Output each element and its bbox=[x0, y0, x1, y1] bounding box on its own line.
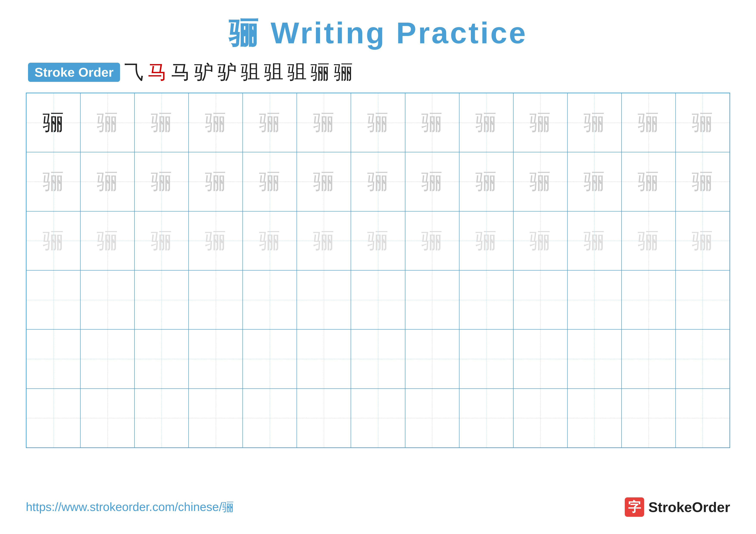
grid-cell[interactable] bbox=[405, 329, 459, 388]
grid-cell[interactable]: 骊 bbox=[189, 152, 243, 211]
grid-cell[interactable] bbox=[513, 389, 567, 447]
stroke-4: 驴 bbox=[194, 63, 214, 82]
grid-cell[interactable]: 骊 bbox=[676, 211, 730, 270]
grid-cell[interactable] bbox=[189, 389, 243, 447]
grid-char: 骊 bbox=[583, 112, 605, 133]
grid-cell[interactable] bbox=[26, 389, 80, 447]
grid-char: 骊 bbox=[97, 112, 118, 133]
grid-cell[interactable] bbox=[351, 270, 405, 329]
grid-char: 骊 bbox=[475, 171, 497, 192]
grid-cell[interactable]: 骊 bbox=[622, 211, 676, 270]
title-text: Writing Practice bbox=[271, 16, 527, 50]
grid-cell[interactable] bbox=[297, 329, 351, 388]
grid-cell[interactable]: 骊 bbox=[26, 152, 80, 211]
grid-cell[interactable]: 骊 bbox=[134, 152, 189, 211]
grid-char: 骊 bbox=[583, 230, 605, 252]
grid-cell[interactable]: 骊 bbox=[243, 211, 297, 270]
grid-cell[interactable] bbox=[459, 270, 513, 329]
grid-cell[interactable] bbox=[676, 389, 730, 447]
grid-cell[interactable]: 骊 bbox=[567, 93, 622, 152]
grid-cell[interactable]: 骊 bbox=[513, 93, 567, 152]
grid-cell[interactable] bbox=[459, 389, 513, 447]
grid-cell[interactable]: 骊 bbox=[134, 93, 189, 152]
grid-cell[interactable]: 骊 bbox=[513, 152, 567, 211]
grid-cell[interactable]: 骊 bbox=[459, 152, 513, 211]
grid-cell[interactable] bbox=[567, 389, 622, 447]
grid-cell[interactable]: 骊 bbox=[351, 152, 405, 211]
grid-cell[interactable] bbox=[351, 389, 405, 447]
grid-cell[interactable]: 骊 bbox=[405, 152, 459, 211]
grid-cell[interactable] bbox=[405, 389, 459, 447]
grid-cell[interactable] bbox=[26, 329, 80, 388]
grid-cell[interactable] bbox=[134, 270, 189, 329]
grid-cell[interactable]: 骊 bbox=[351, 93, 405, 152]
grid-cell[interactable]: 骊 bbox=[622, 152, 676, 211]
grid-char: 骊 bbox=[367, 230, 389, 252]
grid-cell[interactable]: 骊 bbox=[297, 152, 351, 211]
grid-cell[interactable] bbox=[297, 389, 351, 447]
grid-char: 骊 bbox=[43, 230, 64, 252]
grid-cell[interactable]: 骊 bbox=[351, 211, 405, 270]
grid-cell[interactable]: 骊 bbox=[676, 93, 730, 152]
grid-cell[interactable]: 骊 bbox=[80, 152, 134, 211]
grid-cell[interactable]: 骊 bbox=[513, 211, 567, 270]
grid-char: 骊 bbox=[421, 171, 443, 192]
grid-cell[interactable] bbox=[622, 389, 676, 447]
grid-char: 骊 bbox=[367, 112, 389, 133]
grid-char: 骊 bbox=[313, 171, 335, 192]
stroke-10: 骊 bbox=[334, 63, 353, 82]
grid-cell[interactable] bbox=[134, 389, 189, 447]
grid-cell[interactable] bbox=[622, 329, 676, 388]
grid-char: 骊 bbox=[151, 230, 173, 252]
grid-cell[interactable]: 骊 bbox=[567, 152, 622, 211]
grid-cell[interactable]: 骊 bbox=[134, 211, 189, 270]
grid-cell[interactable]: 骊 bbox=[189, 211, 243, 270]
grid-cell[interactable] bbox=[567, 270, 622, 329]
stroke-order-badge: Stroke Order bbox=[28, 63, 120, 82]
grid-cell[interactable]: 骊 bbox=[243, 152, 297, 211]
stroke-8: 驵 bbox=[287, 63, 307, 82]
footer-logo: 字 StrokeOrder bbox=[625, 497, 730, 517]
grid-cell[interactable]: 骊 bbox=[243, 93, 297, 152]
grid-cell[interactable]: 骊 bbox=[405, 93, 459, 152]
grid-cell[interactable]: 骊 bbox=[26, 211, 80, 270]
grid-cell[interactable]: 骊 bbox=[567, 211, 622, 270]
grid-cell[interactable] bbox=[622, 270, 676, 329]
grid-cell[interactable] bbox=[80, 270, 134, 329]
grid-cell[interactable] bbox=[676, 329, 730, 388]
stroke-5: 驴 bbox=[217, 63, 237, 82]
grid-cell[interactable] bbox=[189, 329, 243, 388]
grid-cell[interactable] bbox=[513, 329, 567, 388]
grid-cell[interactable] bbox=[459, 329, 513, 388]
grid-cell[interactable] bbox=[134, 329, 189, 388]
grid-cell[interactable] bbox=[297, 270, 351, 329]
grid-cell[interactable]: 骊 bbox=[297, 211, 351, 270]
grid-char: 骊 bbox=[529, 112, 551, 133]
grid-cell[interactable] bbox=[243, 389, 297, 447]
grid-cell[interactable]: 骊 bbox=[459, 211, 513, 270]
grid-cell[interactable] bbox=[243, 329, 297, 388]
title-char: 骊 bbox=[229, 16, 260, 50]
grid-cell[interactable]: 骊 bbox=[297, 93, 351, 152]
grid-cell[interactable]: 骊 bbox=[622, 93, 676, 152]
grid-char: 骊 bbox=[692, 230, 713, 252]
grid-cell[interactable]: 骊 bbox=[26, 93, 80, 152]
grid-char: 骊 bbox=[638, 230, 659, 252]
grid-cell[interactable] bbox=[80, 389, 134, 447]
grid-cell[interactable]: 骊 bbox=[80, 211, 134, 270]
grid-cell[interactable]: 骊 bbox=[676, 152, 730, 211]
grid-cell[interactable] bbox=[80, 329, 134, 388]
grid-cell[interactable]: 骊 bbox=[405, 211, 459, 270]
grid-cell[interactable]: 骊 bbox=[189, 93, 243, 152]
logo-icon: 字 bbox=[625, 497, 644, 517]
grid-cell[interactable] bbox=[26, 270, 80, 329]
grid-cell[interactable]: 骊 bbox=[80, 93, 134, 152]
grid-cell[interactable]: 骊 bbox=[459, 93, 513, 152]
grid-cell[interactable] bbox=[676, 270, 730, 329]
grid-cell[interactable] bbox=[513, 270, 567, 329]
grid-cell[interactable] bbox=[351, 329, 405, 388]
grid-cell[interactable] bbox=[189, 270, 243, 329]
grid-cell[interactable] bbox=[567, 329, 622, 388]
grid-cell[interactable] bbox=[243, 270, 297, 329]
grid-cell[interactable] bbox=[405, 270, 459, 329]
